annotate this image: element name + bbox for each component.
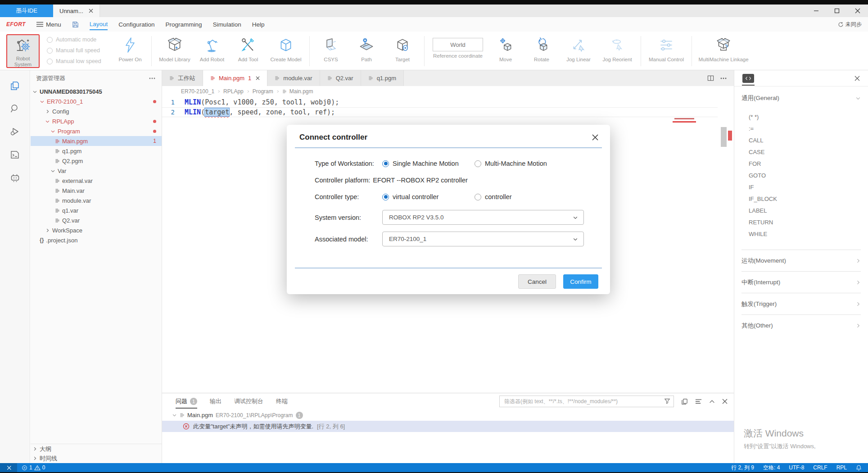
section-interrupt[interactable]: 中断(Interrupt) [741,271,861,293]
tree-item-project-json[interactable]: {} .project.json [31,235,162,245]
radio-virtual-controller[interactable]: virtual controller [382,193,475,200]
close-icon[interactable] [256,76,260,80]
editor-tab-workstation[interactable]: 工作站 [162,70,203,86]
problems-error-row[interactable]: 此变量"target"未声明，如需使用请先声明变量. [行 2, 列 6] [162,421,734,432]
close-panel-icon[interactable] [854,76,860,81]
jog-linear-button[interactable]: Jog Linear [560,34,597,68]
csys-button[interactable]: CSYS [313,34,348,68]
indentation[interactable]: 空格: 4 [763,464,780,472]
tree-item-q2-var[interactable]: Q2.var [31,215,162,225]
menu-item-simulation[interactable]: Simulation [213,19,241,30]
breadcrumb-item[interactable]: Main.pgm [289,88,313,95]
explorer-files-icon[interactable] [9,80,20,91]
section-trigger[interactable]: 触发(Trigger) [741,293,861,314]
editor-tab-q1-pgm[interactable]: q1.pgm [361,70,404,86]
copy-icon[interactable] [681,398,688,405]
tree-item-workspace[interactable]: WorkSpace [31,225,162,235]
close-icon[interactable] [89,9,93,13]
terminal-panel-icon[interactable] [9,149,20,160]
command-comment[interactable]: (* *) [741,111,861,123]
command-case[interactable]: CASE [741,146,861,158]
system-version-select[interactable]: ROBOX RP2 V3.5.0 [382,210,584,225]
mode-automatic[interactable]: Automatic mode [47,36,110,43]
command-for[interactable]: FOR [741,158,861,169]
section-general[interactable]: 通用(General) [741,91,861,105]
menu-item-programming[interactable]: Programming [166,19,202,30]
tree-item-workspace-root[interactable]: UNNAMED0830175045 [31,86,162,96]
tab-terminal[interactable]: 终端 [276,393,288,409]
filter-funnel-icon[interactable] [664,398,670,404]
robot-system-button[interactable]: Robot System [6,34,40,68]
jog-reorient-button[interactable]: Jog Reorient [597,34,637,68]
command-goto[interactable]: GOTO [741,169,861,181]
filter-input[interactable] [499,396,674,407]
search-icon[interactable] [9,103,20,114]
radio-multi-machine[interactable]: Multi-Machine Motion [475,160,547,167]
tree-item-q1-var[interactable]: q1.var [31,205,162,215]
create-model-button[interactable]: Create Model [266,34,306,68]
command-assign[interactable]: := [741,123,861,134]
editor-tab-main-pgm[interactable]: Main.pgm 1 [203,70,267,86]
editor-tab-module-var[interactable]: module.var [267,70,320,86]
notifications-bell-icon[interactable] [856,464,862,471]
editor-tab-q2-var[interactable]: Q2.var [320,70,361,86]
save-icon[interactable] [72,21,79,28]
encoding[interactable]: UTF-8 [789,464,804,471]
command-label[interactable]: LABEL [741,205,861,216]
close-panel-icon[interactable] [722,399,728,404]
tree-item-config[interactable]: Config [31,106,162,116]
chevron-up-icon[interactable] [709,400,715,404]
breadcrumb-item[interactable]: RPLApp [223,88,244,95]
code-snippets-tab-icon[interactable] [742,74,754,83]
cursor-position[interactable]: 行 2, 列 9 [731,464,754,472]
command-return[interactable]: RETURN [741,216,861,228]
eol-sequence[interactable]: CRLF [813,464,827,471]
tree-item-external-var[interactable]: external.var [31,176,162,186]
problems-file-row[interactable]: Main.pgm ER70-2100_1\RPLApp\Program 1 [162,409,734,421]
command-if[interactable]: IF [741,181,861,193]
document-tab[interactable]: Unnam... [53,5,100,17]
menu-item-configuration[interactable]: Configuration [118,19,154,30]
split-editor-icon[interactable] [707,75,714,82]
add-tool-button[interactable]: Add Tool [230,34,266,68]
run-debug-icon[interactable] [9,126,20,137]
path-button[interactable]: Path [348,34,384,68]
app-tab[interactable]: 墨斗IDE [0,5,53,17]
tree-item-robot[interactable]: ER70-2100_1 [31,96,162,106]
tree-item-program[interactable]: Program [31,126,162,136]
tree-item-main-var[interactable]: Main.var [31,186,162,196]
multimachine-linkage-button[interactable]: MultiMachine Linkage [696,34,751,68]
target-button[interactable]: Target [384,34,420,68]
reference-coordinate-select[interactable]: World [433,38,483,51]
tree-item-q1-pgm[interactable]: q1.pgm [31,146,162,156]
remote-indicator[interactable] [0,463,17,472]
tree-item-rplapp[interactable]: RPLApp [31,116,162,126]
view-as-list-icon[interactable] [695,399,702,404]
command-call[interactable]: CALL [741,134,861,146]
command-while[interactable]: WHILE [741,228,861,240]
power-on-button[interactable]: Power On [113,34,148,68]
model-library-button[interactable]: Model Library [155,34,194,68]
associated-model-select[interactable]: ER70-2100_1 [382,232,584,246]
radio-controller[interactable]: controller [475,193,512,200]
breadcrumb-item[interactable]: Program [253,88,273,95]
mode-manual-low[interactable]: Manual low speed [47,58,110,64]
menu-item-layout[interactable]: Layout [90,19,108,30]
move-button[interactable]: Move [488,34,524,68]
outline-section[interactable]: 大纲 [31,444,162,454]
menu-item-help[interactable]: Help [252,19,265,30]
window-close-icon[interactable] [847,5,868,17]
confirm-button[interactable]: Confirm [563,274,598,289]
tree-item-var[interactable]: Var [31,166,162,176]
tab-problems[interactable]: 问题 1 [176,393,197,409]
rotate-button[interactable]: Rotate [524,34,560,68]
radio-single-machine[interactable]: Single Machine Motion [382,160,475,167]
tab-debug-console[interactable]: 调试控制台 [234,393,263,409]
cancel-button[interactable]: Cancel [518,274,556,289]
editor-scrollbar[interactable] [721,127,727,147]
more-actions-icon[interactable] [149,77,155,79]
add-robot-button[interactable]: Add Robot [194,34,230,68]
robot-assistant-icon[interactable] [9,172,21,183]
tree-item-q2-pgm[interactable]: Q2.pgm [31,156,162,166]
breadcrumb-item[interactable]: ER70-2100_1 [181,88,214,95]
